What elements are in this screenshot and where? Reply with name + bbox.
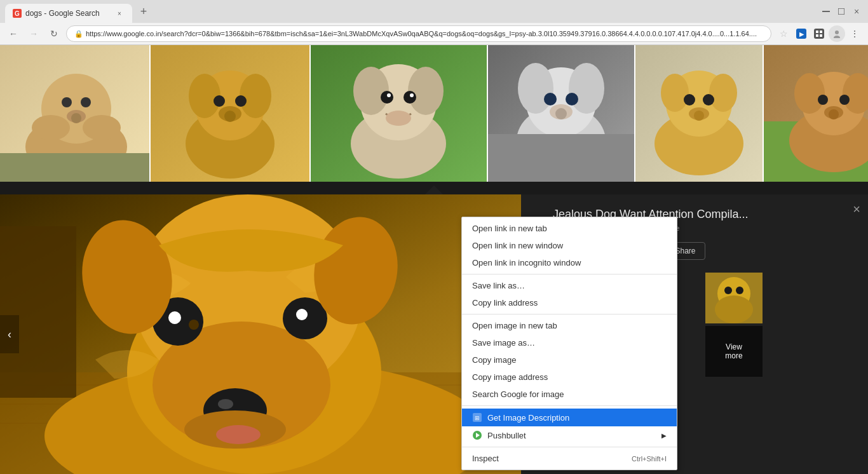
bookmark-icon[interactable]: ☆ <box>775 25 792 42</box>
svg-rect-6 <box>814 29 824 39</box>
context-menu: Open link in new tab Open link in new wi… <box>461 217 677 470</box>
view-more-label: View more <box>725 342 742 360</box>
svg-point-58 <box>703 94 714 105</box>
svg-rect-8 <box>820 30 822 33</box>
view-more-button[interactable]: View more <box>705 326 763 377</box>
prev-arrow-icon: ‹ <box>8 328 11 341</box>
svg-point-27 <box>240 74 271 118</box>
svg-point-48 <box>566 93 578 105</box>
svg-point-47 <box>544 93 557 105</box>
separator-2 <box>462 314 677 315</box>
thumbnail-2[interactable] <box>705 273 763 323</box>
strip-image-3[interactable] <box>311 45 487 182</box>
maximize-button[interactable] <box>835 5 848 18</box>
extension-icon-1[interactable]: ▶ <box>793 25 810 42</box>
browser-chrome: G dogs - Google Search × + × ← → ↻ 🔒 htt… <box>0 0 868 45</box>
open-link-incognito-label: Open link in incognito window <box>472 258 581 267</box>
active-tab[interactable]: G dogs - Google Search × <box>5 4 132 23</box>
copy-image[interactable]: Copy image <box>462 351 677 369</box>
svg-point-31 <box>224 111 236 122</box>
menu-icon[interactable]: ⋮ <box>846 25 863 42</box>
search-google-for-image[interactable]: Search Google for image <box>462 386 677 403</box>
strip-image-5[interactable] <box>635 45 763 182</box>
pushbullet-menu-item[interactable]: Pushbullet <box>462 426 677 444</box>
image-panel: ‹ <box>0 194 868 474</box>
svg-point-16 <box>32 115 70 140</box>
svg-point-46 <box>569 63 604 114</box>
open-link-new-tab[interactable]: Open link in new tab <box>462 220 677 237</box>
get-image-description[interactable]: ⊞ Get Image Description <box>462 409 677 426</box>
copy-link-address[interactable]: Copy link address <box>462 294 677 311</box>
svg-point-18 <box>62 97 72 107</box>
save-link-as[interactable]: Save link as… <box>462 277 677 294</box>
inspect-label: Inspect <box>472 454 499 463</box>
page-content: ‹ <box>0 45 868 474</box>
svg-rect-76 <box>0 226 76 398</box>
svg-point-56 <box>709 74 737 112</box>
strip-image-4[interactable] <box>488 45 634 182</box>
inspect-element[interactable]: Inspect Ctrl+Shift+I <box>462 450 677 467</box>
svg-point-40 <box>410 93 414 97</box>
svg-point-38 <box>403 91 416 104</box>
copy-image-address-label: Copy image address <box>472 372 548 382</box>
address-bar: ← → ↻ 🔒 https://www.google.co.in/search?… <box>0 23 868 44</box>
close-window-button[interactable]: × <box>850 5 863 18</box>
svg-point-35 <box>353 67 389 115</box>
save-link-as-label: Save link as… <box>472 281 525 290</box>
svg-point-65 <box>794 73 825 114</box>
minimize-button[interactable] <box>820 5 832 18</box>
copy-image-address[interactable]: Copy image address <box>462 369 677 386</box>
new-tab-button[interactable]: + <box>135 3 153 20</box>
arrow-down <box>425 186 443 194</box>
svg-point-50 <box>555 108 567 119</box>
svg-rect-3 <box>838 8 844 15</box>
save-image-as-label: Save image as… <box>472 338 535 348</box>
tab-bar: G dogs - Google Search × + × <box>0 0 868 23</box>
open-link-incognito[interactable]: Open link in incognito window <box>462 254 677 271</box>
svg-point-26 <box>189 74 220 118</box>
open-image-new-tab[interactable]: Open image in new tab <box>462 317 677 334</box>
toolbar-icons: ☆ ▶ <box>775 25 863 42</box>
svg-point-19 <box>81 97 91 107</box>
svg-point-85 <box>189 320 199 330</box>
svg-rect-51 <box>488 134 634 182</box>
pushbullet-label: Pushbullet <box>487 431 526 440</box>
get-image-description-icon: ⊞ <box>472 412 482 423</box>
profile-icon[interactable] <box>829 25 845 42</box>
close-panel-button[interactable]: × <box>853 202 860 217</box>
svg-point-100 <box>724 287 732 294</box>
forward-button[interactable]: → <box>25 25 42 42</box>
svg-point-82 <box>218 399 233 409</box>
prev-image-button[interactable]: ‹ <box>0 315 19 353</box>
open-image-new-tab-label: Open image in new tab <box>472 321 557 330</box>
refresh-button[interactable]: ↻ <box>46 25 62 42</box>
tab-title: dogs - Google Search <box>25 9 111 18</box>
get-image-description-label: Get Image Description <box>487 413 569 423</box>
svg-point-12 <box>834 36 840 38</box>
svg-point-91 <box>216 425 261 444</box>
tab-favicon: G <box>13 9 22 18</box>
back-button[interactable]: ← <box>5 25 22 42</box>
inspect-shortcut: Ctrl+Shift+I <box>632 455 667 463</box>
pushbullet-icon <box>472 430 482 440</box>
svg-text:▶: ▶ <box>799 31 804 37</box>
tab-close-button[interactable]: × <box>114 8 125 18</box>
svg-point-29 <box>235 95 247 107</box>
url-text: https://www.google.co.in/search?dcr=0&bi… <box>86 30 757 37</box>
open-link-new-window[interactable]: Open link in new window <box>462 237 677 254</box>
strip-image-1[interactable] <box>0 45 149 182</box>
svg-text:G: G <box>15 10 20 17</box>
svg-rect-2 <box>822 11 830 12</box>
main-image[interactable] <box>0 194 521 474</box>
save-image-as[interactable]: Save image as… <box>462 334 677 351</box>
svg-point-41 <box>386 111 411 126</box>
svg-point-67 <box>818 95 828 105</box>
separator-3 <box>462 405 677 406</box>
extension-icon-2[interactable] <box>811 25 827 42</box>
svg-rect-10 <box>820 34 822 37</box>
svg-point-101 <box>736 287 743 294</box>
strip-image-2[interactable] <box>151 45 309 182</box>
arrow-container <box>0 182 868 194</box>
strip-image-6[interactable] <box>764 45 868 182</box>
url-bar[interactable]: 🔒 https://www.google.co.in/search?dcr=0&… <box>66 25 771 42</box>
